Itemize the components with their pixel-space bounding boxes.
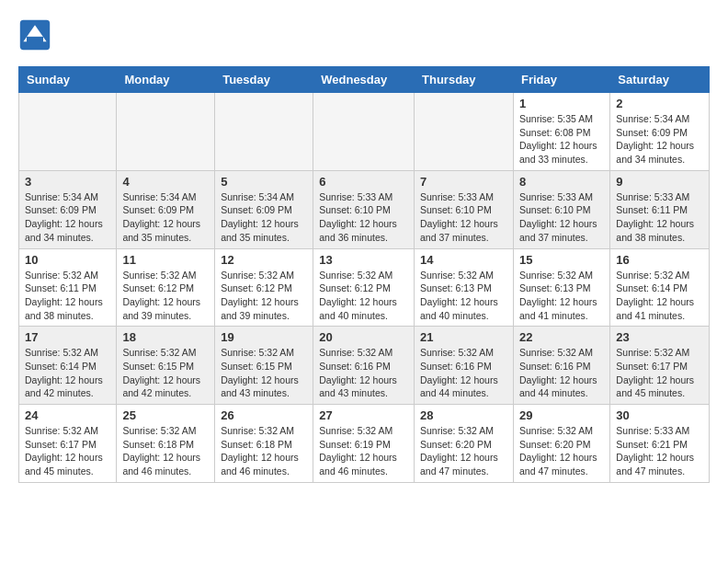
- calendar-cell: 2Sunrise: 5:34 AM Sunset: 6:09 PM Daylig…: [610, 93, 710, 171]
- day-number: 10: [25, 253, 110, 267]
- calendar-cell: 3Sunrise: 5:34 AM Sunset: 6:09 PM Daylig…: [19, 170, 117, 248]
- day-info: Sunrise: 5:34 AM Sunset: 6:09 PM Dayligh…: [122, 190, 209, 245]
- day-number: 28: [420, 408, 507, 422]
- logo-icon: [18, 18, 51, 52]
- calendar-week-row: 3Sunrise: 5:34 AM Sunset: 6:09 PM Daylig…: [19, 170, 710, 248]
- day-number: 20: [319, 330, 408, 344]
- calendar-header-tuesday: Tuesday: [215, 67, 313, 93]
- calendar-header-friday: Friday: [513, 67, 609, 93]
- day-number: 27: [319, 408, 408, 422]
- calendar-cell: 13Sunrise: 5:32 AM Sunset: 6:12 PM Dayli…: [313, 248, 415, 327]
- calendar-cell: 30Sunrise: 5:33 AM Sunset: 6:21 PM Dayli…: [610, 405, 710, 483]
- day-number: 15: [519, 253, 604, 267]
- day-number: 18: [122, 330, 209, 344]
- day-info: Sunrise: 5:32 AM Sunset: 6:19 PM Dayligh…: [319, 424, 408, 478]
- day-number: 9: [616, 175, 703, 189]
- day-info: Sunrise: 5:32 AM Sunset: 6:14 PM Dayligh…: [25, 346, 110, 400]
- calendar-week-row: 10Sunrise: 5:32 AM Sunset: 6:11 PM Dayli…: [19, 248, 710, 327]
- calendar-cell: 5Sunrise: 5:34 AM Sunset: 6:09 PM Daylig…: [215, 170, 313, 248]
- calendar-cell: [415, 93, 514, 171]
- calendar-cell: 26Sunrise: 5:32 AM Sunset: 6:18 PM Dayli…: [215, 405, 313, 483]
- day-info: Sunrise: 5:32 AM Sunset: 6:16 PM Dayligh…: [319, 346, 408, 400]
- day-number: 4: [122, 175, 209, 189]
- calendar-week-row: 24Sunrise: 5:32 AM Sunset: 6:17 PM Dayli…: [19, 405, 710, 483]
- calendar-cell: 14Sunrise: 5:32 AM Sunset: 6:13 PM Dayli…: [415, 248, 514, 327]
- calendar-cell: 17Sunrise: 5:32 AM Sunset: 6:14 PM Dayli…: [19, 327, 117, 405]
- calendar-cell: 4Sunrise: 5:34 AM Sunset: 6:09 PM Daylig…: [117, 170, 215, 248]
- day-number: 25: [122, 408, 209, 422]
- day-info: Sunrise: 5:34 AM Sunset: 6:09 PM Dayligh…: [25, 190, 110, 245]
- day-info: Sunrise: 5:32 AM Sunset: 6:13 PM Dayligh…: [420, 269, 507, 323]
- calendar-header-thursday: Thursday: [415, 67, 514, 93]
- day-info: Sunrise: 5:32 AM Sunset: 6:16 PM Dayligh…: [519, 346, 604, 400]
- calendar-table: SundayMondayTuesdayWednesdayThursdayFrid…: [18, 66, 710, 483]
- day-number: 1: [519, 97, 604, 110]
- day-info: Sunrise: 5:32 AM Sunset: 6:15 PM Dayligh…: [221, 346, 307, 400]
- day-info: Sunrise: 5:32 AM Sunset: 6:18 PM Dayligh…: [221, 424, 307, 478]
- day-info: Sunrise: 5:32 AM Sunset: 6:12 PM Dayligh…: [221, 269, 307, 323]
- calendar-cell: 24Sunrise: 5:32 AM Sunset: 6:17 PM Dayli…: [19, 405, 117, 483]
- day-info: Sunrise: 5:33 AM Sunset: 6:10 PM Dayligh…: [519, 190, 604, 245]
- calendar-header-monday: Monday: [117, 67, 215, 93]
- day-info: Sunrise: 5:32 AM Sunset: 6:17 PM Dayligh…: [616, 346, 703, 400]
- calendar-cell: 15Sunrise: 5:32 AM Sunset: 6:13 PM Dayli…: [513, 248, 609, 327]
- calendar-header-sunday: Sunday: [19, 67, 117, 93]
- day-info: Sunrise: 5:32 AM Sunset: 6:18 PM Dayligh…: [122, 424, 209, 478]
- day-number: 17: [25, 330, 110, 344]
- day-number: 3: [25, 175, 110, 189]
- day-info: Sunrise: 5:32 AM Sunset: 6:12 PM Dayligh…: [122, 269, 209, 323]
- day-number: 8: [519, 175, 604, 189]
- day-info: Sunrise: 5:32 AM Sunset: 6:13 PM Dayligh…: [519, 269, 604, 323]
- day-number: 13: [319, 253, 408, 267]
- calendar-cell: [19, 93, 117, 171]
- day-number: 14: [420, 253, 507, 267]
- calendar-cell: 18Sunrise: 5:32 AM Sunset: 6:15 PM Dayli…: [117, 327, 215, 405]
- calendar-cell: 25Sunrise: 5:32 AM Sunset: 6:18 PM Dayli…: [117, 405, 215, 483]
- calendar-cell: 23Sunrise: 5:32 AM Sunset: 6:17 PM Dayli…: [610, 327, 710, 405]
- day-info: Sunrise: 5:34 AM Sunset: 6:09 PM Dayligh…: [616, 112, 703, 167]
- calendar-header-row: SundayMondayTuesdayWednesdayThursdayFrid…: [19, 67, 710, 93]
- day-info: Sunrise: 5:32 AM Sunset: 6:11 PM Dayligh…: [25, 269, 110, 323]
- day-number: 30: [616, 408, 703, 422]
- day-info: Sunrise: 5:32 AM Sunset: 6:14 PM Dayligh…: [616, 269, 703, 323]
- day-number: 12: [221, 253, 307, 267]
- day-number: 6: [319, 175, 408, 189]
- calendar-cell: 28Sunrise: 5:32 AM Sunset: 6:20 PM Dayli…: [415, 405, 514, 483]
- day-info: Sunrise: 5:34 AM Sunset: 6:09 PM Dayligh…: [221, 190, 307, 245]
- calendar-cell: 1Sunrise: 5:35 AM Sunset: 6:08 PM Daylig…: [513, 93, 609, 171]
- day-info: Sunrise: 5:32 AM Sunset: 6:16 PM Dayligh…: [420, 346, 507, 400]
- day-number: 11: [122, 253, 209, 267]
- day-number: 19: [221, 330, 307, 344]
- calendar-cell: [117, 93, 215, 171]
- calendar-cell: 16Sunrise: 5:32 AM Sunset: 6:14 PM Dayli…: [610, 248, 710, 327]
- calendar-header-saturday: Saturday: [610, 67, 710, 93]
- day-info: Sunrise: 5:33 AM Sunset: 6:11 PM Dayligh…: [616, 190, 703, 245]
- day-info: Sunrise: 5:32 AM Sunset: 6:20 PM Dayligh…: [420, 424, 507, 478]
- calendar-cell: 12Sunrise: 5:32 AM Sunset: 6:12 PM Dayli…: [215, 248, 313, 327]
- day-info: Sunrise: 5:32 AM Sunset: 6:15 PM Dayligh…: [122, 346, 209, 400]
- calendar-cell: 20Sunrise: 5:32 AM Sunset: 6:16 PM Dayli…: [313, 327, 415, 405]
- day-info: Sunrise: 5:32 AM Sunset: 6:12 PM Dayligh…: [319, 269, 408, 323]
- calendar-cell: 19Sunrise: 5:32 AM Sunset: 6:15 PM Dayli…: [215, 327, 313, 405]
- calendar-cell: 27Sunrise: 5:32 AM Sunset: 6:19 PM Dayli…: [313, 405, 415, 483]
- day-info: Sunrise: 5:33 AM Sunset: 6:10 PM Dayligh…: [319, 190, 408, 245]
- day-number: 29: [519, 408, 604, 422]
- day-number: 24: [25, 408, 110, 422]
- day-info: Sunrise: 5:33 AM Sunset: 6:21 PM Dayligh…: [616, 424, 703, 478]
- calendar-cell: 9Sunrise: 5:33 AM Sunset: 6:11 PM Daylig…: [610, 170, 710, 248]
- svg-rect-2: [27, 37, 43, 43]
- day-number: 16: [616, 253, 703, 267]
- day-number: 23: [616, 330, 703, 344]
- day-number: 22: [519, 330, 604, 344]
- calendar-cell: 11Sunrise: 5:32 AM Sunset: 6:12 PM Dayli…: [117, 248, 215, 327]
- calendar-header-wednesday: Wednesday: [313, 67, 415, 93]
- page-header: [18, 18, 710, 52]
- calendar-cell: 10Sunrise: 5:32 AM Sunset: 6:11 PM Dayli…: [19, 248, 117, 327]
- logo: [18, 18, 53, 52]
- day-info: Sunrise: 5:35 AM Sunset: 6:08 PM Dayligh…: [519, 112, 604, 167]
- calendar-cell: 7Sunrise: 5:33 AM Sunset: 6:10 PM Daylig…: [415, 170, 514, 248]
- calendar-cell: 8Sunrise: 5:33 AM Sunset: 6:10 PM Daylig…: [513, 170, 609, 248]
- calendar-cell: [313, 93, 415, 171]
- day-number: 21: [420, 330, 507, 344]
- day-number: 7: [420, 175, 507, 189]
